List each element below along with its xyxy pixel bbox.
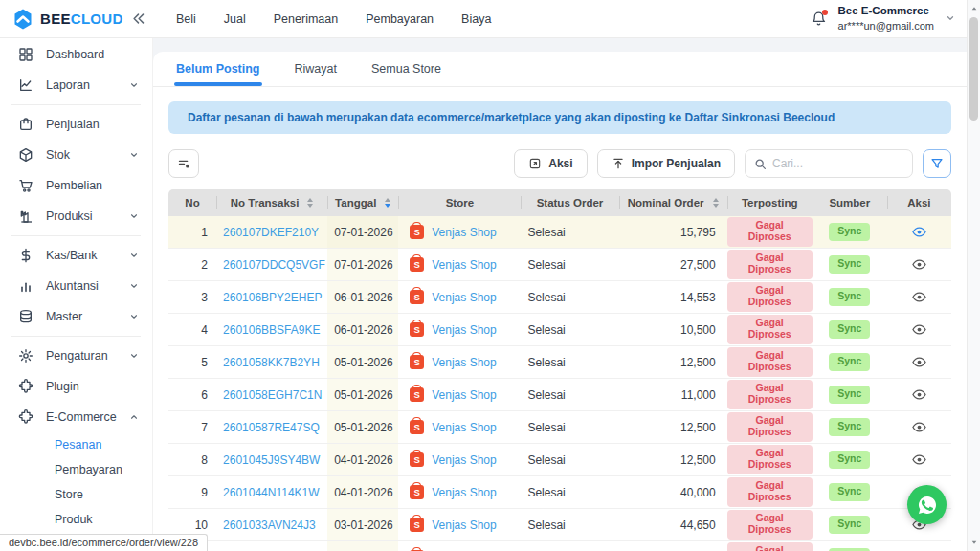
transaction-link[interactable]: 26010587RE47SQ — [223, 421, 320, 434]
eye-icon — [912, 387, 926, 402]
scrollbar-up-arrow[interactable] — [968, 2, 980, 15]
sidebar-item-pengaturan[interactable]: Pengaturan — [0, 341, 152, 371]
view-order-button[interactable] — [910, 255, 928, 274]
view-order-button[interactable] — [910, 223, 928, 241]
view-order-button[interactable] — [910, 386, 928, 404]
transaction-link[interactable]: 2601044N114K1W — [223, 486, 320, 499]
impor-penjualan-button[interactable]: Impor Penjualan — [597, 149, 735, 178]
nav-item-pembayaran[interactable]: Pembayaran — [366, 12, 434, 26]
sidebar-item-master[interactable]: Master — [0, 301, 152, 332]
nav-item-penerimaan[interactable]: Penerimaan — [274, 12, 338, 26]
sumber-badge: Sync — [829, 418, 870, 436]
view-order-button[interactable] — [910, 288, 928, 306]
sidebar-collapse-icon[interactable] — [131, 11, 145, 26]
sumber-badge: Sync — [829, 516, 870, 534]
col-header-no-transaksi[interactable]: No Transaksi — [216, 189, 327, 216]
store-link[interactable]: Venjas Shop — [432, 453, 496, 467]
table-row[interactable]: 7 26010587RE47SQ 05-01-2026 SVenjas Shop… — [168, 411, 951, 444]
view-order-button[interactable] — [910, 353, 928, 371]
sidebar-item-produksi[interactable]: Produksi — [0, 201, 152, 231]
table-row[interactable]: 8 2601045J9SY4BW 04-01-2026 SVenjas Shop… — [168, 444, 951, 476]
nav-item-biaya[interactable]: Biaya — [461, 12, 491, 26]
table-row[interactable]: 6 2601058EGH7C1N 05-01-2026 SVenjas Shop… — [168, 379, 951, 411]
orders-table: No No Transaksi Tanggal Store Status Ord… — [168, 189, 951, 551]
store-link[interactable]: Venjas Shop — [432, 518, 496, 532]
store-link[interactable]: Venjas Shop — [432, 356, 496, 369]
store-link[interactable]: Venjas Shop — [432, 421, 496, 434]
transaction-link[interactable]: 260106BPY2EHEP — [223, 291, 322, 304]
table-row[interactable]: 5 2601058KK7B2YH 05-01-2026 SVenjas Shop… — [168, 346, 951, 379]
sidebar-divider — [11, 336, 141, 337]
store-link[interactable]: Venjas Shop — [432, 388, 496, 402]
view-order-button[interactable] — [910, 451, 928, 469]
sidebar-item-dashboard[interactable]: Dashboard — [0, 39, 152, 70]
sumber-badge: Sync — [829, 320, 870, 339]
store-link[interactable]: Venjas Shop — [432, 486, 496, 499]
sort-icon-active-desc — [385, 198, 390, 208]
page-scrollbar[interactable] — [967, 0, 980, 551]
nav-item-jual[interactable]: Jual — [224, 12, 246, 26]
table-body: 1 260107DKEF210Y 07-01-2026 SVenjas Shop… — [168, 216, 951, 551]
transaction-link[interactable]: 260107DKEF210Y — [223, 226, 319, 239]
table-row[interactable]: 11 260103326GCK2B 03-01-2026 SVenjas Sho… — [168, 541, 951, 551]
sidebar-subitem-store[interactable]: Store — [0, 482, 152, 507]
sidebar-item-kas-bank[interactable]: Kas/Bank — [0, 240, 152, 271]
table-row[interactable]: 2 260107DDCQ5VGF 07-01-2026 SVenjas Shop… — [168, 249, 951, 281]
transaction-link[interactable]: 2601058KK7B2YH — [223, 356, 320, 369]
sidebar-item-penjualan[interactable]: Penjualan — [0, 109, 152, 140]
search-input[interactable] — [772, 157, 903, 170]
col-header-nominal-order[interactable]: Nominal Order — [619, 189, 727, 216]
table-row[interactable]: 10 2601033AVN24J3 03-01-2026 SVenjas Sho… — [168, 509, 951, 541]
chevron-down-icon — [129, 251, 139, 260]
tab-semua-store[interactable]: Semua Store — [371, 52, 441, 86]
shopee-icon: S — [410, 257, 424, 272]
order-nominal: 9,450 — [619, 541, 727, 551]
store-link[interactable]: Venjas Shop — [432, 258, 496, 272]
view-order-button[interactable] — [910, 418, 928, 436]
dashboard-grid-icon — [17, 47, 33, 63]
order-nominal: 10,500 — [619, 314, 727, 346]
tab-belum-posting[interactable]: Belum Posting — [176, 52, 260, 86]
aksi-button[interactable]: Aksi — [514, 149, 587, 178]
sidebar-item-plugin[interactable]: Plugin — [0, 371, 152, 402]
sidebar-subitem-produk[interactable]: Produk — [0, 507, 152, 532]
transaction-link[interactable]: 260107DDCQ5VGF — [223, 258, 325, 272]
store-link[interactable]: Venjas Shop — [432, 323, 496, 337]
sidebar-item-akuntansi[interactable]: Akuntansi — [0, 271, 152, 301]
account-chevron-down-icon[interactable] — [946, 13, 955, 23]
view-order-button[interactable] — [910, 548, 928, 551]
table-row[interactable]: 4 260106BBSFA9KE 06-01-2026 SVenjas Shop… — [168, 314, 951, 346]
scrollbar-down-arrow[interactable] — [968, 536, 980, 549]
tab-riwayat[interactable]: Riwayat — [295, 52, 337, 86]
nav-item-beli[interactable]: Beli — [176, 12, 196, 26]
transaction-link[interactable]: 260106BBSFA9KE — [223, 323, 320, 337]
filter-button[interactable] — [923, 149, 951, 178]
tab-bar: Belum Posting Riwayat Semua Store — [153, 52, 967, 87]
sidebar-item-laporan[interactable]: Laporan — [0, 70, 152, 100]
account-info[interactable]: Bee E-Commerce ar****un@gmail.com — [838, 4, 934, 33]
sidebar-subitem-pembayaran[interactable]: Pembayaran — [0, 457, 152, 482]
col-header-tanggal[interactable]: Tanggal — [327, 189, 398, 216]
view-order-button[interactable] — [910, 320, 928, 339]
transaction-link[interactable]: 2601058EGH7C1N — [223, 388, 322, 402]
column-settings-button[interactable] — [168, 149, 199, 178]
table-row[interactable]: 9 2601044N114K1W 04-01-2026 SVenjas Shop… — [168, 476, 951, 509]
transaction-link[interactable]: 2601045J9SY4BW — [223, 453, 320, 467]
table-row[interactable]: 3 260106BPY2EHEP 06-01-2026 SVenjas Shop… — [168, 281, 951, 314]
notification-bell-icon[interactable] — [811, 11, 827, 27]
order-nominal: 14,553 — [619, 281, 727, 314]
sidebar-divider — [11, 235, 141, 236]
row-number: 8 — [168, 444, 216, 476]
terposting-badge: Gagal Diproses — [727, 542, 813, 551]
sidebar-item-pembelian[interactable]: Pembelian — [0, 170, 152, 201]
sidebar-subitem-pesanan[interactable]: Pesanan — [0, 432, 152, 457]
sidebar-item-stok[interactable]: Stok — [0, 140, 152, 170]
store-link[interactable]: Venjas Shop — [432, 291, 496, 304]
table-row[interactable]: 1 260107DKEF210Y 07-01-2026 SVenjas Shop… — [168, 216, 951, 249]
transaction-link[interactable]: 2601033AVN24J3 — [223, 518, 316, 532]
sidebar-item-ecommerce[interactable]: E-Commerce — [0, 402, 152, 432]
sort-icon — [307, 198, 313, 208]
scrollbar-thumb[interactable] — [969, 17, 978, 121]
whatsapp-fab-button[interactable] — [907, 485, 947, 524]
store-link[interactable]: Venjas Shop — [432, 226, 496, 239]
